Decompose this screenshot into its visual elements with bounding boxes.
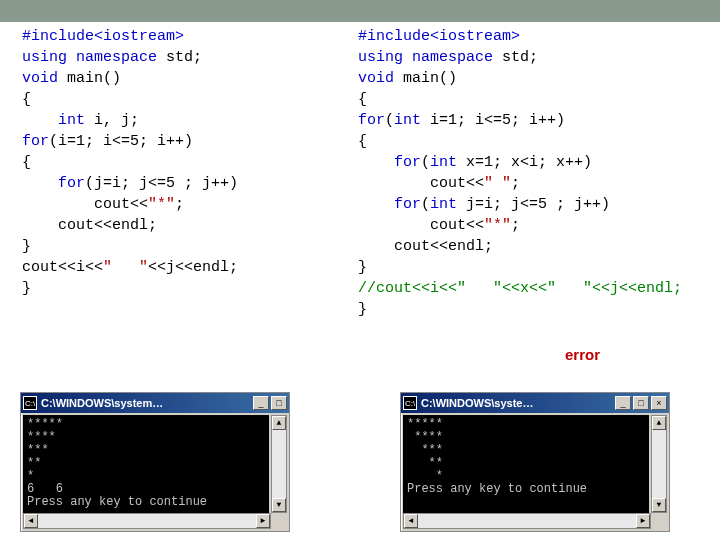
window-title: C:\WINDOWS\system… bbox=[41, 397, 251, 409]
code-line: using namespace std; bbox=[22, 47, 342, 68]
window-title: C:\WINDOWS\syste… bbox=[421, 397, 613, 409]
code-line: for(j=i; j<=5 ; j++) bbox=[22, 173, 342, 194]
scroll-track[interactable] bbox=[38, 514, 256, 528]
close-button[interactable]: × bbox=[651, 396, 667, 410]
vertical-scrollbar[interactable]: ▲ ▼ bbox=[651, 415, 667, 513]
code-line: int i, j; bbox=[22, 110, 342, 131]
code-line: for(int x=1; x<i; x++) bbox=[358, 152, 708, 173]
code-line: using namespace std; bbox=[358, 47, 708, 68]
cmd-icon: C:\ bbox=[23, 396, 37, 410]
scroll-right-icon[interactable]: ► bbox=[256, 514, 270, 528]
code-line: cout<<"*"; bbox=[358, 215, 708, 236]
minimize-button[interactable]: _ bbox=[253, 396, 269, 410]
code-line: #include<iostream> bbox=[358, 26, 708, 47]
console-output: ***** **** *** ** * 6 6 Press any key to… bbox=[27, 418, 265, 509]
code-line: cout<<"*"; bbox=[22, 194, 342, 215]
code-line: { bbox=[358, 89, 708, 110]
code-pane-left: #include<iostream>using namespace std;vo… bbox=[22, 26, 342, 299]
code-line: } bbox=[22, 278, 342, 299]
code-line: } bbox=[358, 257, 708, 278]
code-line: { bbox=[22, 89, 342, 110]
error-label: error bbox=[565, 346, 600, 363]
scroll-track[interactable] bbox=[652, 430, 666, 498]
console-output-area: ***** **** *** ** * 6 6 Press any key to… bbox=[23, 415, 269, 529]
horizontal-scrollbar[interactable]: ◄ ► bbox=[403, 513, 651, 529]
code-line: cout<<" "; bbox=[358, 173, 708, 194]
code-line: void main() bbox=[22, 68, 342, 89]
code-line: cout<<endl; bbox=[358, 236, 708, 257]
scroll-left-icon[interactable]: ◄ bbox=[24, 514, 38, 528]
console-output-area: ***** **** *** ** * Press any key to con… bbox=[403, 415, 649, 529]
code-line: for(i=1; i<=5; i++) bbox=[22, 131, 342, 152]
titlebar[interactable]: C:\ C:\WINDOWS\syste… _ □ × bbox=[401, 393, 669, 413]
console-window-left: C:\ C:\WINDOWS\system… _ □ ***** **** **… bbox=[20, 392, 290, 532]
scroll-down-icon[interactable]: ▼ bbox=[652, 498, 666, 512]
scroll-right-icon[interactable]: ► bbox=[636, 514, 650, 528]
maximize-button[interactable]: □ bbox=[633, 396, 649, 410]
code-line: } bbox=[22, 236, 342, 257]
scroll-up-icon[interactable]: ▲ bbox=[652, 416, 666, 430]
scroll-left-icon[interactable]: ◄ bbox=[404, 514, 418, 528]
console-window-right: C:\ C:\WINDOWS\syste… _ □ × ***** **** *… bbox=[400, 392, 670, 532]
code-line: //cout<<i<<" "<<x<<" "<<j<<endl; bbox=[358, 278, 708, 299]
code-line: cout<<endl; bbox=[22, 215, 342, 236]
scroll-up-icon[interactable]: ▲ bbox=[272, 416, 286, 430]
code-line: void main() bbox=[358, 68, 708, 89]
minimize-button[interactable]: _ bbox=[615, 396, 631, 410]
code-line: #include<iostream> bbox=[22, 26, 342, 47]
scroll-corner bbox=[651, 513, 667, 529]
code-line: for(int j=i; j<=5 ; j++) bbox=[358, 194, 708, 215]
titlebar[interactable]: C:\ C:\WINDOWS\system… _ □ bbox=[21, 393, 289, 413]
code-line: { bbox=[358, 131, 708, 152]
vertical-scrollbar[interactable]: ▲ ▼ bbox=[271, 415, 287, 513]
code-line: { bbox=[22, 152, 342, 173]
console-output: ***** **** *** ** * Press any key to con… bbox=[407, 418, 645, 496]
cmd-icon: C:\ bbox=[403, 396, 417, 410]
code-pane-right: #include<iostream>using namespace std;vo… bbox=[358, 26, 708, 320]
maximize-button[interactable]: □ bbox=[271, 396, 287, 410]
code-line: } bbox=[358, 299, 708, 320]
horizontal-scrollbar[interactable]: ◄ ► bbox=[23, 513, 271, 529]
scroll-down-icon[interactable]: ▼ bbox=[272, 498, 286, 512]
gray-header-bar bbox=[0, 0, 720, 22]
scroll-track[interactable] bbox=[418, 514, 636, 528]
scroll-corner bbox=[271, 513, 287, 529]
code-line: cout<<i<<" "<<j<<endl; bbox=[22, 257, 342, 278]
code-line: for(int i=1; i<=5; i++) bbox=[358, 110, 708, 131]
scroll-track[interactable] bbox=[272, 430, 286, 498]
